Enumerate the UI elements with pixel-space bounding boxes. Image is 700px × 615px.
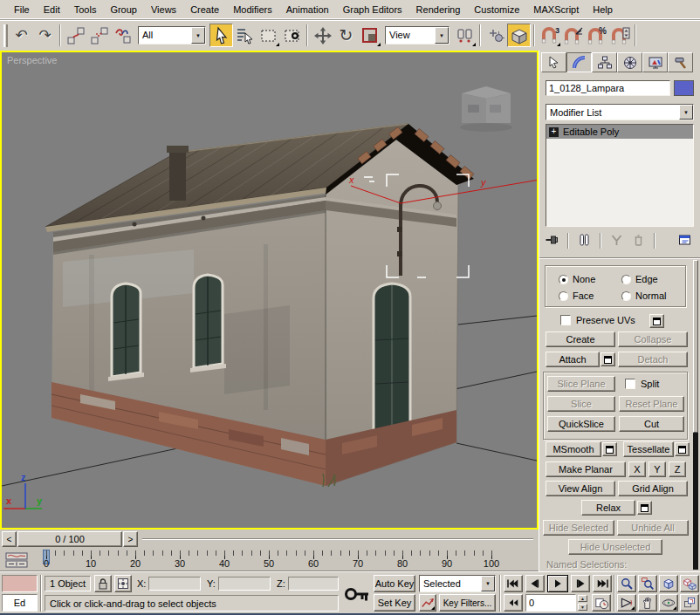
play-animation-button[interactable] — [547, 575, 568, 592]
undo-button[interactable]: ↶ — [10, 24, 33, 47]
relax-settings-button[interactable] — [637, 501, 652, 515]
create-button[interactable]: Create — [546, 331, 615, 347]
relax-button[interactable]: Relax — [581, 500, 635, 516]
bind-to-space-warp-button[interactable] — [111, 24, 134, 47]
cut-button[interactable]: Cut — [619, 416, 684, 432]
modifier-list-dropdown[interactable]: Modifier List ▼ — [546, 104, 694, 120]
pan-view-button[interactable] — [638, 594, 657, 612]
tab-motion[interactable] — [617, 52, 642, 72]
pin-stack-button[interactable] — [543, 231, 561, 250]
maxscript-listener-output[interactable] — [2, 575, 38, 592]
menu-item-edit[interactable]: Edit — [37, 1, 67, 18]
reference-coordinate-system-dropdown[interactable]: View ▼ — [385, 26, 450, 44]
key-mode-toggle-button[interactable] — [504, 594, 523, 612]
next-frame-arrow-button[interactable]: > — [123, 531, 138, 547]
spinner-up-icon[interactable]: ▲ — [578, 595, 587, 602]
menu-item-help[interactable]: Help — [586, 1, 620, 18]
previous-frame-button[interactable] — [525, 575, 545, 592]
configure-modifier-sets-button[interactable] — [676, 231, 694, 250]
y-coordinate-field[interactable] — [218, 577, 271, 591]
make-unique-button[interactable] — [607, 231, 626, 250]
hide-selected-button[interactable]: Hide Selected — [543, 520, 614, 536]
planar-x-button[interactable]: X — [628, 461, 646, 477]
tessellate-button[interactable]: Tessellate — [623, 441, 674, 457]
unhide-all-button[interactable]: Unhide All — [617, 520, 689, 536]
previous-frame-arrow-button[interactable]: < — [2, 531, 17, 547]
viewport-label[interactable]: Perspective — [7, 55, 57, 65]
toolbar-grip[interactable] — [3, 24, 8, 47]
zoom-extents-button[interactable] — [659, 575, 678, 592]
arc-rotate-button[interactable] — [659, 594, 678, 612]
constraint-face-radio[interactable]: Face — [559, 290, 594, 301]
tab-display[interactable] — [642, 52, 668, 72]
go-to-start-button[interactable] — [504, 575, 523, 592]
x-coordinate-field[interactable] — [148, 577, 201, 591]
menu-item-graph-editors[interactable]: Graph Editors — [336, 1, 409, 18]
view-align-button[interactable]: View Align — [546, 481, 615, 496]
scrollbar-thumb[interactable] — [693, 260, 698, 433]
selection-lock-toggle[interactable] — [94, 575, 112, 592]
menu-item-tools[interactable]: Tools — [67, 1, 104, 18]
select-object-button[interactable] — [209, 24, 233, 47]
object-color-swatch[interactable] — [674, 80, 694, 96]
object-name-field[interactable] — [546, 80, 670, 96]
select-and-scale-button[interactable] — [358, 24, 381, 47]
hide-unselected-button[interactable]: Hide Unselected — [568, 539, 662, 555]
track-bar[interactable]: 0 10 20 30 40 50 60 70 80 90 100 — [0, 549, 539, 571]
percent-snap-toggle-button[interactable]: % — [585, 24, 608, 47]
select-and-link-button[interactable] — [64, 24, 87, 47]
constraint-none-radio[interactable]: None — [559, 274, 595, 284]
select-and-manipulate-button[interactable] — [484, 24, 507, 47]
current-frame-field[interactable] — [525, 594, 576, 612]
select-by-name-button[interactable] — [233, 24, 257, 47]
snaps-toggle-button[interactable] — [507, 24, 531, 47]
rectangular-selection-region-button[interactable] — [257, 24, 280, 47]
quickslice-button[interactable]: QuickSlice — [547, 416, 615, 432]
menu-item-maxscript[interactable]: MAXScript — [526, 1, 586, 18]
maxscript-listener-input[interactable]: Ed — [2, 594, 38, 612]
spinner-snap-toggle-button[interactable] — [608, 24, 632, 47]
attach-button[interactable]: Attach — [546, 352, 600, 367]
menu-item-group[interactable]: Group — [103, 1, 144, 18]
tab-create[interactable] — [541, 52, 566, 72]
redo-button[interactable]: ↷ — [33, 24, 57, 47]
select-and-move-button[interactable] — [311, 24, 334, 47]
show-end-result-button[interactable] — [575, 231, 594, 250]
snap-toggle-3d-button[interactable]: 3 — [538, 24, 561, 47]
detach-button[interactable]: Detach — [618, 352, 688, 367]
chevron-down-icon[interactable]: ▼ — [191, 27, 205, 44]
zoom-extents-all-button[interactable] — [680, 575, 699, 592]
tab-hierarchy[interactable] — [592, 52, 617, 72]
menu-item-customize[interactable]: Customize — [467, 1, 526, 18]
preserve-uvs-settings-button[interactable] — [649, 314, 664, 328]
default-in-out-tangents-button[interactable] — [419, 594, 436, 612]
key-scope-dropdown[interactable]: Selected ▼ — [419, 575, 496, 592]
zoom-all-button[interactable] — [638, 575, 657, 592]
frame-spinner[interactable]: ▲▼ — [578, 594, 587, 612]
slice-plane-button[interactable]: Slice Plane — [547, 376, 615, 392]
zoom-button[interactable] — [617, 575, 636, 592]
menu-item-create[interactable]: Create — [183, 1, 226, 18]
attach-settings-button[interactable] — [600, 352, 615, 366]
tessellate-settings-button[interactable] — [675, 442, 690, 456]
time-slider-track[interactable] — [142, 538, 533, 540]
time-configuration-button[interactable] — [592, 594, 611, 612]
planar-y-button[interactable]: Y — [649, 461, 666, 477]
viewport-perspective[interactable]: Perspective — [0, 51, 539, 530]
menu-item-modifiers[interactable]: Modifiers — [226, 1, 279, 18]
chevron-down-icon[interactable]: ▼ — [435, 27, 449, 44]
chevron-down-icon[interactable]: ▼ — [481, 576, 495, 591]
key-filters-button[interactable]: Key Filters... — [439, 594, 496, 612]
use-pivot-point-center-button[interactable] — [453, 24, 477, 47]
set-keys-button[interactable] — [342, 576, 372, 612]
menu-item-animation[interactable]: Animation — [279, 1, 336, 18]
angle-snap-toggle-button[interactable] — [561, 24, 585, 47]
grid-align-button[interactable]: Grid Align — [618, 481, 688, 496]
msmooth-button[interactable]: MSmooth — [546, 441, 601, 457]
field-of-view-button[interactable] — [617, 594, 636, 612]
stack-item-editable-poly[interactable]: + Editable Poly — [546, 125, 693, 139]
constraint-normal-radio[interactable]: Normal — [621, 290, 666, 301]
rollout-scrollbar[interactable] — [693, 260, 698, 570]
go-to-end-button[interactable] — [593, 575, 612, 592]
auto-key-button[interactable]: Auto Key — [374, 575, 415, 592]
